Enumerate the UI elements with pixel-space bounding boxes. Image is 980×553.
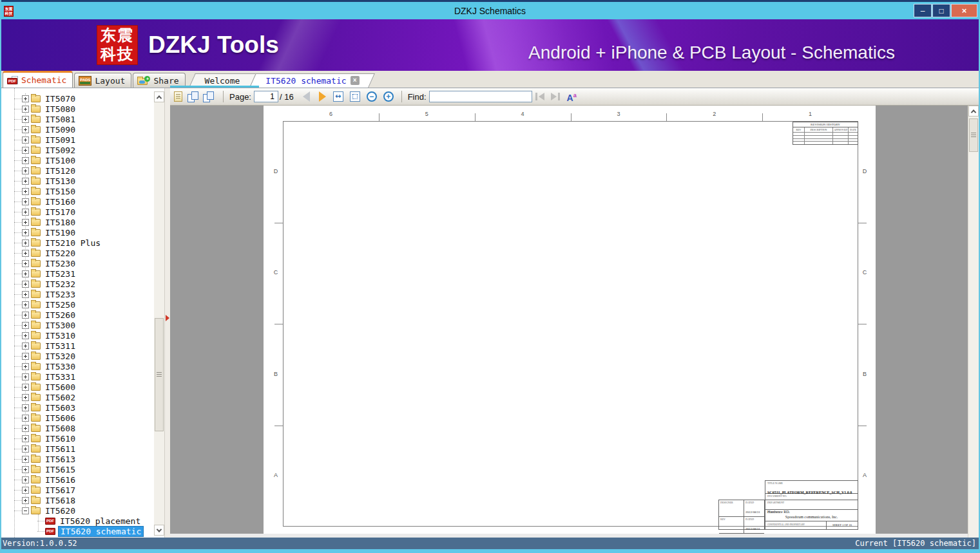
expand-icon[interactable] <box>22 136 29 144</box>
tree-item-folder[interactable]: IT5600 <box>1 382 154 392</box>
tree-item-folder[interactable]: IT5100 <box>1 155 154 165</box>
minimize-button[interactable]: – <box>914 4 932 17</box>
fit-width-icon[interactable]: ↔ <box>333 91 343 102</box>
tree-item-folder[interactable]: IT5602 <box>1 392 154 402</box>
find-previous-icon[interactable] <box>535 93 544 100</box>
tree-scrollbar[interactable] <box>154 91 164 536</box>
expand-icon[interactable] <box>22 95 29 102</box>
horizontal-scroll-track[interactable] <box>170 534 968 538</box>
tree-item-folder[interactable]: IT5310 <box>1 330 154 341</box>
expand-icon[interactable] <box>22 456 29 463</box>
expand-icon[interactable] <box>22 322 29 329</box>
tree-item-pdf[interactable]: PDFIT5620 placement <box>1 516 154 526</box>
expand-icon[interactable] <box>22 404 29 411</box>
viewer-scrollbar[interactable] <box>968 106 979 538</box>
tree-item-folder[interactable]: IT5210 Plus <box>1 238 154 248</box>
expand-icon[interactable] <box>22 116 29 123</box>
expand-icon[interactable] <box>22 157 29 164</box>
expand-icon[interactable] <box>22 301 29 308</box>
tree-item-folder[interactable]: IT5603 <box>1 402 154 413</box>
scroll-up-icon[interactable] <box>154 91 164 102</box>
tree-item-folder[interactable]: IT5220 <box>1 248 154 258</box>
viewer-scrollbar-thumb[interactable] <box>969 118 978 152</box>
collapse-icon[interactable] <box>22 507 29 514</box>
expand-icon[interactable] <box>22 373 29 380</box>
expand-icon[interactable] <box>22 415 29 422</box>
expand-icon[interactable] <box>22 239 29 247</box>
tree-item-folder[interactable]: IT5311 <box>1 341 154 351</box>
expand-icon[interactable] <box>22 167 29 174</box>
scroll-up-icon[interactable] <box>968 106 979 117</box>
tree-item-folder[interactable]: IT5331 <box>1 371 154 382</box>
tree-item-folder[interactable]: IT5233 <box>1 289 154 299</box>
expand-icon[interactable] <box>22 260 29 267</box>
expand-icon[interactable] <box>22 291 29 298</box>
tree-item-folder[interactable]: IT5230 <box>1 258 154 268</box>
font-size-icon[interactable]: Aa <box>567 91 577 102</box>
tab-close-icon[interactable]: × <box>351 76 360 85</box>
expand-icon[interactable] <box>22 466 29 473</box>
zoom-in-icon[interactable]: + <box>383 91 394 102</box>
tree-item-folder[interactable]: IT5611 <box>1 444 154 454</box>
expand-icon[interactable] <box>22 270 29 277</box>
maximize-button[interactable]: □ <box>932 4 950 17</box>
tree-item-folder[interactable]: IT5608 <box>1 423 154 433</box>
tree-item-folder[interactable]: IT5615 <box>1 464 154 474</box>
expand-icon[interactable] <box>22 445 29 453</box>
tree-item-folder[interactable]: IT5610 <box>1 433 154 444</box>
rotate-clockwise-icon[interactable] <box>187 91 198 102</box>
tree-item-folder[interactable]: IT5620 <box>1 505 154 516</box>
expand-icon[interactable] <box>22 198 29 205</box>
rotate-counterclockwise-icon[interactable] <box>203 91 214 102</box>
tree-item-folder[interactable]: IT5070 <box>1 93 154 104</box>
panel-splitter[interactable] <box>164 88 170 538</box>
expand-icon[interactable] <box>22 332 29 339</box>
doc-tab-it5620-schematic[interactable]: IT5620 schematic × <box>253 73 372 88</box>
find-input[interactable] <box>429 91 532 102</box>
tree-item-folder[interactable]: IT5091 <box>1 135 154 145</box>
expand-icon[interactable] <box>22 178 29 185</box>
expand-icon[interactable] <box>22 106 29 113</box>
tab-schematic[interactable]: PDF Schematic <box>3 71 73 88</box>
expand-icon[interactable] <box>22 209 29 216</box>
expand-icon[interactable] <box>22 363 29 370</box>
expand-icon[interactable] <box>22 342 29 350</box>
close-button[interactable]: × <box>951 4 977 17</box>
find-next-icon[interactable] <box>551 93 560 100</box>
expand-icon[interactable] <box>22 188 29 195</box>
expand-icon[interactable] <box>22 250 29 257</box>
page-number-input[interactable] <box>254 91 278 102</box>
tree-scrollbar-thumb[interactable] <box>155 318 164 431</box>
tree-item-folder[interactable]: IT5250 <box>1 299 154 310</box>
tree-item-folder[interactable]: IT5232 <box>1 279 154 289</box>
tree-item-folder[interactable]: IT5160 <box>1 196 154 207</box>
tab-layout[interactable]: PADS Layout <box>74 73 131 88</box>
tree-item-folder[interactable]: IT5080 <box>1 104 154 114</box>
zoom-out-icon[interactable]: − <box>367 91 377 102</box>
tree-item-folder[interactable]: IT5606 <box>1 413 154 423</box>
tree-item-folder[interactable]: IT5231 <box>1 268 154 279</box>
tree-item-pdf[interactable]: PDFIT5620 schematic <box>1 526 154 536</box>
tree-item-folder[interactable]: IT5617 <box>1 485 154 495</box>
expand-icon[interactable] <box>22 281 29 288</box>
collapse-panel-icon[interactable] <box>166 315 169 321</box>
expand-icon[interactable] <box>22 229 29 236</box>
tree-item-folder[interactable]: IT5170 <box>1 207 154 217</box>
previous-page-icon[interactable] <box>303 91 310 102</box>
scroll-down-icon[interactable] <box>154 525 164 536</box>
expand-icon[interactable] <box>22 487 29 494</box>
tree-item-folder[interactable]: IT5618 <box>1 495 154 505</box>
expand-icon[interactable] <box>22 147 29 154</box>
expand-icon[interactable] <box>22 425 29 432</box>
expand-icon[interactable] <box>22 219 29 226</box>
tree-item-folder[interactable]: IT5300 <box>1 320 154 330</box>
tree-item-folder[interactable]: IT5613 <box>1 454 154 464</box>
tree-item-folder[interactable]: IT5120 <box>1 165 154 176</box>
tree-item-folder[interactable]: IT5130 <box>1 176 154 186</box>
document-icon[interactable] <box>174 91 182 102</box>
tree-item-folder[interactable]: IT5330 <box>1 361 154 371</box>
tree-item-folder[interactable]: IT5180 <box>1 217 154 227</box>
expand-icon[interactable] <box>22 353 29 360</box>
tree-item-folder[interactable]: IT5150 <box>1 186 154 196</box>
tree-item-folder[interactable]: IT5320 <box>1 351 154 361</box>
